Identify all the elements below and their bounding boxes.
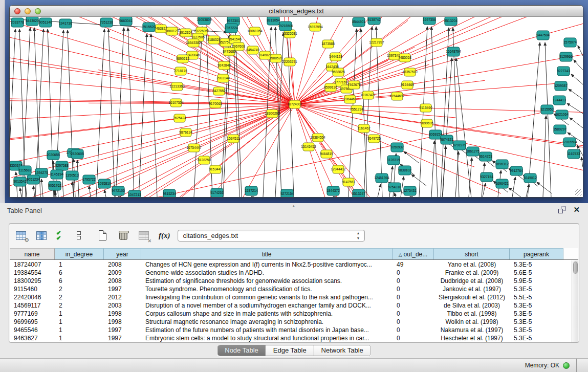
graph-node-label: 9051234 [27, 178, 40, 181]
graph-node-label: 9699695 [420, 121, 433, 125]
table-cell: 2 [55, 293, 104, 301]
window-resize-grip[interactable] [575, 189, 582, 196]
graph-edge [431, 141, 434, 197]
graph-edge [543, 116, 546, 197]
table-row[interactable]: 1830029562008Estimation of significance … [10, 277, 572, 285]
table-row[interactable]: 1456911722003Disruption of a novel membe… [10, 301, 572, 310]
table-cell: 14569117 [10, 301, 55, 310]
float-panel-icon[interactable] [558, 206, 565, 213]
graph-node-label: 1696312 [495, 162, 509, 166]
table-cell: 2008 [104, 260, 141, 269]
citation-network-graph[interactable]: 1830029574638229660123891235423226058912… [10, 17, 583, 197]
create-table-icon[interactable] [97, 230, 110, 242]
table-cell: Tibbo et al. (1998) [434, 310, 510, 318]
graph-node-label: 7515520 [142, 25, 156, 29]
network-canvas[interactable]: 1830029574638229660123891235423226058912… [10, 17, 583, 197]
graph-node-label: 9588825 [332, 70, 345, 74]
graph-edge [128, 28, 134, 197]
show-columns-icon[interactable] [36, 230, 48, 242]
graph-node-label: 16543382 [186, 41, 201, 45]
table-cell: 2008 [104, 277, 141, 285]
table-cell: Corpus callosum shape and size in male p… [141, 310, 393, 318]
table-cell: 9777169 [10, 310, 55, 318]
select-checked-icon[interactable]: ✔✔ [56, 230, 69, 242]
table-row[interactable]: 946362711997Embryonic stem cells: a mode… [10, 334, 572, 342]
table-cell: Jankovic et al. (1997) [434, 285, 510, 293]
graph-node-label: 5444128 [329, 55, 342, 58]
table-cell: 5.3E-5 [510, 285, 563, 293]
graph-node-label: 9227343 [557, 69, 570, 73]
scrollbar-thumb[interactable] [573, 261, 578, 274]
memory-ok-icon[interactable] [563, 362, 570, 369]
column-header-short[interactable]: short [434, 248, 510, 259]
graph-node-label: 1095810 [98, 182, 111, 185]
delete-rows-icon[interactable] [118, 230, 130, 242]
table-settings-icon[interactable]: ⚙ [15, 230, 28, 242]
column-header-name[interactable]: name [10, 248, 55, 259]
table-cell: 0 [393, 269, 434, 277]
graph-node-label: 18061054 [247, 29, 263, 33]
table-panel-title: Table Panel [7, 207, 42, 214]
table-row[interactable]: 1938455462009Genome-wide association stu… [10, 269, 572, 277]
graph-node-label: 9472105 [112, 189, 125, 192]
graph-edge [151, 34, 157, 197]
graph-edge [117, 104, 295, 197]
table-row[interactable]: 1872400712008Changes of HCN gene express… [10, 260, 572, 269]
graph-edge [204, 104, 295, 160]
graph-node-label: 9170065 [209, 102, 222, 105]
vertical-scrollbar[interactable] [572, 260, 578, 342]
table-row[interactable]: 911546021997Tourette syndrome. Phenomeno… [10, 285, 572, 293]
column-header-title[interactable]: title [141, 248, 393, 259]
column-header-out_de[interactable]: △out_de... [393, 248, 434, 259]
graph-edge [431, 27, 438, 197]
select-rows-icon[interactable] [77, 230, 89, 242]
table-cell: 2 [55, 285, 104, 293]
table-body: 1872400712008Changes of HCN gene express… [10, 260, 572, 342]
graph-node-label: 18357510 [402, 70, 418, 74]
graph-edge [411, 174, 426, 186]
table-cell: 2003 [104, 301, 141, 310]
graph-edge [10, 104, 295, 119]
close-panel-icon[interactable]: ✕ [573, 205, 580, 214]
table-selector-dropdown[interactable]: citations_edges.txt ▲▼ [178, 230, 365, 242]
graph-node-label: 9153447 [209, 167, 222, 171]
network-window-titlebar[interactable]: citations_edges.txt [10, 6, 583, 17]
column-header-year[interactable]: year [104, 248, 141, 259]
table-cell: Embryonic stem cells: a model to study s… [141, 334, 393, 342]
column-header-pagerank[interactable]: pagerank [510, 248, 563, 259]
graph-node-label: 9549725 [367, 137, 381, 140]
table-row[interactable]: 977716911998Corpus callosum shape and si… [10, 310, 572, 318]
graph-node-label: 8427552 [212, 89, 226, 93]
graph-node-label: 8813054 [267, 18, 280, 22]
graph-node-label: 23226058 [194, 29, 209, 33]
table-row[interactable]: 2242004622012Investigating the contribut… [10, 293, 572, 301]
desktop-left-edge [0, 0, 5, 203]
graph-node-label: 2718176 [174, 69, 187, 73]
table-cell: Estimation of the future numbers of pati… [141, 326, 393, 334]
table-cell: 5.3E-5 [510, 310, 563, 318]
graph-node-label: 2364461 [343, 97, 357, 101]
graph-edge [578, 46, 583, 56]
table-header-row: namein_degreeyeartitle△out_de...shortpag… [10, 248, 578, 260]
column-header-in_degree[interactable]: in_degree [55, 248, 104, 259]
function-builder-icon[interactable]: f(x) [159, 231, 170, 240]
tab-node-table[interactable]: Node Table [217, 345, 266, 356]
graph-edge [118, 196, 119, 197]
table-cell: 2 [55, 301, 104, 310]
tab-edge-table[interactable]: Edge Table [266, 345, 314, 356]
graph-edge [357, 110, 456, 118]
table-cell: 9465546 [10, 326, 55, 334]
graph-node-label: 9174253 [210, 191, 224, 194]
graph-node-label: 1795722 [82, 178, 96, 181]
table-row[interactable]: 946554611997Estimation of the future num… [10, 326, 572, 334]
table-row[interactable]: 969969511998Structural magnetic resonanc… [10, 318, 572, 326]
table-cell: 5.3E-5 [510, 301, 563, 310]
graph-node-label: 1050937 [390, 145, 404, 149]
graph-edge [570, 118, 583, 128]
table-cell: 1997 [104, 334, 141, 342]
tab-network-table[interactable]: Network Table [314, 345, 371, 356]
table-cell: Stergiakouli et al. (2012) [434, 293, 510, 301]
graph-node-label: 8069154 [429, 133, 442, 136]
graph-node-label: 1209387 [554, 84, 568, 87]
graph-node-label: 2033778 [11, 20, 24, 24]
